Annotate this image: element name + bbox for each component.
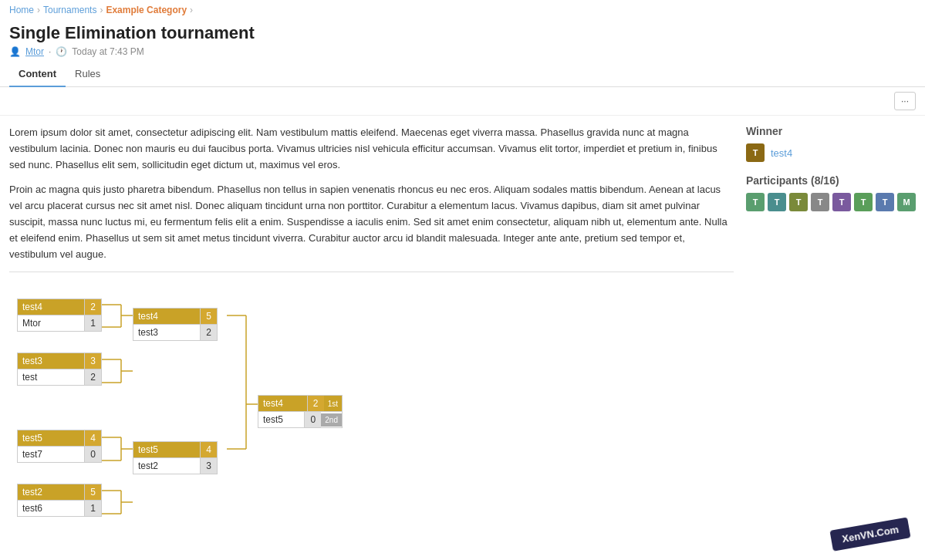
match-r2-2: test5 4 test2 3 bbox=[133, 441, 218, 474]
match-r1-2-p1: test3 bbox=[18, 353, 84, 369]
breadcrumb-sep3: › bbox=[190, 5, 193, 15]
participant-2[interactable]: T bbox=[768, 193, 786, 211]
winner-display: T test4 bbox=[746, 143, 916, 162]
match-r2-1-s2: 2 bbox=[200, 325, 217, 340]
match-r1-4: test2 5 test6 1 bbox=[17, 484, 102, 517]
match-r2-2-s2: 3 bbox=[200, 458, 217, 474]
description-para1: Lorem ipsum dolor sit amet, consectetur … bbox=[9, 125, 734, 173]
match-r3-1-p1: test4 bbox=[258, 396, 307, 411]
breadcrumb-sep2: › bbox=[100, 5, 103, 15]
participants-title: Participants (8/16) bbox=[746, 174, 916, 187]
content-area: Lorem ipsum dolor sit amet, consectetur … bbox=[0, 116, 925, 556]
badge-1st: 1st bbox=[324, 397, 342, 410]
bracket-area: test4 2 Mtor 1 test3 bbox=[9, 272, 734, 547]
breadcrumb: Home › Tournaments › Example Category › bbox=[0, 0, 925, 20]
sidebar: Winner T test4 Participants (8/16) T T T… bbox=[746, 125, 916, 547]
winner-avatar: T bbox=[746, 143, 765, 162]
winner-title: Winner bbox=[746, 125, 916, 137]
participant-3[interactable]: T bbox=[789, 193, 808, 211]
match-r1-3-s1: 4 bbox=[84, 430, 101, 446]
participant-8[interactable]: M bbox=[897, 193, 916, 211]
toolbar: ··· bbox=[0, 87, 925, 116]
match-r3-1-p2: test5 bbox=[258, 412, 304, 427]
tab-content[interactable]: Content bbox=[9, 62, 66, 87]
participant-7[interactable]: T bbox=[876, 193, 894, 211]
tab-rules[interactable]: Rules bbox=[66, 62, 110, 87]
participants-section: Participants (8/16) T T T T T T T M bbox=[746, 174, 916, 211]
match-r1-4-p1: test2 bbox=[18, 484, 84, 500]
main-content: Lorem ipsum dolor sit amet, consectetur … bbox=[9, 125, 734, 547]
person-icon: 👤 bbox=[9, 46, 21, 57]
match-r2-2-p2: test2 bbox=[133, 458, 200, 474]
match-r2-1: test4 5 test3 2 bbox=[133, 308, 218, 341]
match-r2-2-s1: 4 bbox=[200, 442, 217, 457]
breadcrumb-category: Example Category bbox=[106, 5, 187, 15]
match-r1-2-p2: test bbox=[18, 369, 84, 385]
match-r1-4-s2: 1 bbox=[84, 501, 101, 516]
description-para2: Proin ac magna quis justo pharetra biben… bbox=[9, 182, 734, 262]
participant-6[interactable]: T bbox=[854, 193, 873, 211]
match-r2-1-p1: test4 bbox=[133, 309, 200, 324]
description: Lorem ipsum dolor sit amet, consectetur … bbox=[9, 125, 734, 262]
winner-section: Winner T test4 bbox=[746, 125, 916, 162]
participant-5[interactable]: T bbox=[832, 193, 851, 211]
breadcrumb-tournaments[interactable]: Tournaments bbox=[43, 5, 96, 15]
participants-grid: T T T T T T T M bbox=[746, 193, 916, 211]
participant-4[interactable]: T bbox=[811, 193, 829, 211]
match-r1-3-p1: test5 bbox=[18, 430, 84, 446]
match-r1-3-s2: 0 bbox=[84, 447, 101, 462]
separator-dot: · bbox=[49, 46, 51, 57]
buttons-area: Save scores Open in new window bbox=[0, 556, 925, 560]
badge-2nd: 2nd bbox=[321, 413, 342, 427]
match-r1-1: test4 2 Mtor 1 bbox=[17, 299, 102, 332]
match-r2-1-p2: test3 bbox=[133, 325, 200, 340]
match-r1-1-s2: 1 bbox=[84, 315, 101, 331]
tabs-bar: Content Rules bbox=[0, 62, 925, 87]
page-meta: 👤 Mtor · 🕐 Today at 7:43 PM bbox=[9, 46, 916, 57]
match-r3-1: test4 2 1st test5 0 2nd bbox=[258, 395, 343, 428]
page-header: Single Elimination tournament 👤 Mtor · 🕐… bbox=[0, 20, 925, 62]
breadcrumb-sep1: › bbox=[37, 5, 40, 15]
author-link[interactable]: Mtor bbox=[25, 46, 44, 57]
breadcrumb-home[interactable]: Home bbox=[9, 5, 34, 15]
match-r1-1-s1: 2 bbox=[84, 299, 101, 315]
post-time: Today at 7:43 PM bbox=[72, 46, 143, 57]
match-r1-1-p2: Mtor bbox=[18, 315, 84, 331]
bracket-container: test4 2 Mtor 1 test3 bbox=[9, 285, 457, 547]
match-r1-4-s1: 5 bbox=[84, 484, 101, 500]
match-r3-1-s1: 2 bbox=[307, 396, 324, 411]
match-r3-1-s2: 0 bbox=[304, 412, 321, 427]
match-r1-2-s2: 2 bbox=[84, 369, 101, 385]
match-r1-3-p2: test7 bbox=[18, 447, 84, 462]
match-r1-2: test3 3 test 2 bbox=[17, 353, 102, 386]
match-r2-2-p1: test5 bbox=[133, 442, 200, 457]
participant-1[interactable]: T bbox=[746, 193, 765, 211]
match-r1-1-p1: test4 bbox=[18, 299, 84, 315]
winner-name: test4 bbox=[771, 147, 792, 159]
match-r1-4-p2: test6 bbox=[18, 501, 84, 516]
match-r2-1-s1: 5 bbox=[200, 309, 217, 324]
match-r1-3: test5 4 test7 0 bbox=[17, 430, 102, 463]
page-title: Single Elimination tournament bbox=[9, 23, 916, 43]
clock-icon: 🕐 bbox=[56, 46, 67, 57]
match-r1-2-s1: 3 bbox=[84, 353, 101, 369]
more-button[interactable]: ··· bbox=[894, 92, 916, 110]
